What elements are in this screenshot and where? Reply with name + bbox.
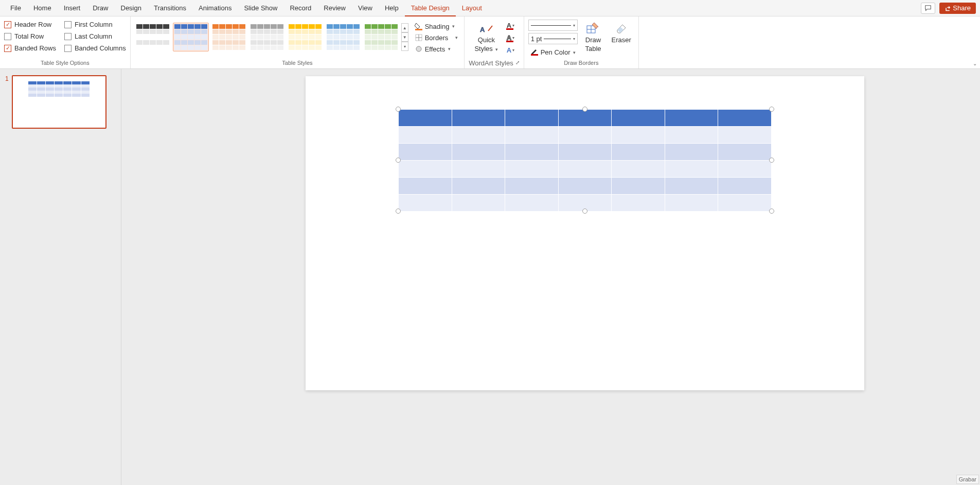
table-cell[interactable] (452, 144, 505, 161)
pen-style-combo[interactable]: ▾ (528, 20, 578, 31)
table-cell[interactable] (665, 178, 718, 195)
table-cell[interactable] (505, 178, 559, 195)
table-cell[interactable] (399, 127, 452, 144)
checkbox-total-row[interactable]: Total Row (4, 32, 56, 40)
table-style-6[interactable] (363, 23, 399, 51)
slide-canvas[interactable] (306, 76, 864, 390)
share-button[interactable]: Share (939, 3, 976, 14)
table-style-2[interactable] (211, 23, 247, 51)
table-cell[interactable] (399, 161, 452, 178)
table-cell[interactable] (612, 178, 665, 195)
selection-handle[interactable] (396, 158, 401, 163)
checkbox-header-row[interactable]: Header Row (4, 21, 56, 28)
tab-slideshow[interactable]: Slide Show (238, 0, 283, 16)
table-cell[interactable] (612, 110, 665, 127)
selection-handle[interactable] (396, 209, 401, 214)
quick-styles-button[interactable]: A Quick Styles ▾ (471, 20, 501, 54)
table-cell[interactable] (558, 161, 612, 178)
table-cell[interactable] (505, 110, 559, 127)
comments-button[interactable] (921, 3, 935, 14)
pen-weight-combo[interactable]: 1 pt▾ (528, 33, 578, 44)
ribbon-collapse[interactable]: ⌄ (973, 61, 977, 66)
selection-handle[interactable] (769, 107, 774, 112)
tab-view[interactable]: View (352, 0, 379, 16)
table-style-1[interactable] (173, 23, 209, 51)
table-cell[interactable] (452, 178, 505, 195)
table-style-5[interactable] (325, 23, 361, 51)
table-cell[interactable] (665, 110, 718, 127)
table-cell[interactable] (612, 161, 665, 178)
table-cell[interactable] (558, 110, 612, 127)
table-style-4[interactable] (287, 23, 323, 51)
selected-table[interactable] (398, 109, 772, 212)
selection-handle[interactable] (582, 209, 587, 214)
status-record[interactable]: Grabar (956, 475, 979, 484)
table-cell[interactable] (558, 127, 612, 144)
eraser-button[interactable]: Eraser (609, 20, 634, 58)
table-cell[interactable] (665, 127, 718, 144)
table-cell[interactable] (718, 195, 772, 212)
table-cell[interactable] (399, 144, 452, 161)
table-cell[interactable] (399, 110, 452, 127)
table-cell[interactable] (612, 127, 665, 144)
selection-handle[interactable] (582, 107, 587, 112)
table-cell[interactable] (665, 195, 718, 212)
checkbox-last-column[interactable]: Last Column (64, 32, 126, 40)
table-cell[interactable] (452, 127, 505, 144)
slide-editor[interactable] (121, 69, 980, 485)
shading-button[interactable]: Shading▾ (413, 21, 460, 31)
selection-handle[interactable] (769, 158, 774, 163)
effects-button[interactable]: Effects▾ (413, 44, 460, 54)
checkbox-first-column[interactable]: First Column (64, 21, 126, 28)
table-cell[interactable] (718, 178, 772, 195)
table-cell[interactable] (505, 195, 559, 212)
gallery-scroll-up[interactable]: ▲ (401, 23, 408, 32)
tab-help[interactable]: Help (379, 0, 405, 16)
tab-table-design[interactable]: Table Design (405, 0, 456, 16)
gallery-scroll-down[interactable]: ▼ (401, 32, 408, 42)
checkbox-banded-rows[interactable]: Banded Rows (4, 44, 56, 52)
tab-insert[interactable]: Insert (58, 0, 87, 16)
table-cell[interactable] (665, 161, 718, 178)
tab-review[interactable]: Review (317, 0, 352, 16)
slide-thumbnail-1[interactable] (12, 75, 106, 129)
table-cell[interactable] (505, 127, 559, 144)
table-cell[interactable] (399, 178, 452, 195)
table-cell[interactable] (505, 144, 559, 161)
wordart-dialog-launcher[interactable]: ⤢ (515, 59, 520, 67)
tab-record[interactable]: Record (283, 0, 317, 16)
table-cell[interactable] (718, 161, 772, 178)
tab-layout[interactable]: Layout (456, 0, 488, 16)
table-cell[interactable] (612, 195, 665, 212)
table-cell[interactable] (718, 110, 772, 127)
table-cell[interactable] (452, 161, 505, 178)
tab-home[interactable]: Home (27, 0, 58, 16)
table-cell[interactable] (612, 144, 665, 161)
table-cell[interactable] (452, 110, 505, 127)
table-cell[interactable] (399, 195, 452, 212)
table-cell[interactable] (558, 144, 612, 161)
table-cell[interactable] (452, 195, 505, 212)
checkbox-banded-columns[interactable]: Banded Columns (64, 44, 126, 52)
text-effects-button[interactable]: A▾ (504, 44, 516, 56)
table-style-0[interactable] (135, 23, 171, 51)
table-cell[interactable] (558, 178, 612, 195)
text-fill-button[interactable]: A▾ (504, 20, 516, 31)
table-style-3[interactable] (249, 23, 285, 51)
tab-file[interactable]: File (4, 0, 27, 16)
table-cell[interactable] (665, 144, 718, 161)
pen-color-button[interactable]: Pen Color▾ (528, 46, 578, 58)
tab-draw[interactable]: Draw (86, 0, 114, 16)
table-cell[interactable] (505, 161, 559, 178)
tab-animations[interactable]: Animations (192, 0, 238, 16)
text-outline-button[interactable]: A▾ (504, 32, 516, 43)
draw-table-button[interactable]: Draw Table (582, 20, 604, 58)
table-cell[interactable] (718, 144, 772, 161)
tab-design[interactable]: Design (115, 0, 148, 16)
gallery-more[interactable]: ▾ (401, 42, 408, 51)
tab-transitions[interactable]: Transitions (148, 0, 192, 16)
table-cell[interactable] (718, 127, 772, 144)
borders-button[interactable]: Borders▾ (413, 32, 460, 43)
selection-handle[interactable] (769, 209, 774, 214)
selection-handle[interactable] (396, 107, 401, 112)
